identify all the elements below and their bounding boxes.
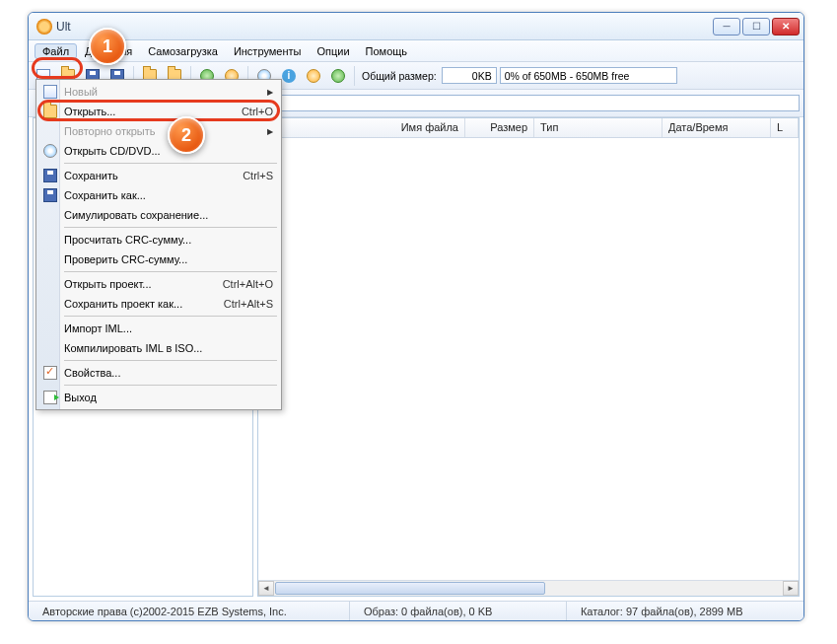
menu-item-label: Выход: [60, 392, 273, 403]
menu-item-5[interactable]: СохранитьCtrl+S: [38, 166, 279, 185]
window-title: Ult: [56, 20, 713, 34]
status-image: Образ: 0 файла(ов), 0 KB: [350, 602, 567, 620]
menu-item-label: Открыть проект...: [60, 278, 223, 290]
menu-item-shortcut: Ctrl+S: [243, 170, 273, 181]
file-pane: Имя файла Размер Тип Дата/Время L ◄ ►: [257, 117, 800, 597]
menu-item-7[interactable]: Симулировать сохранение...: [38, 205, 279, 225]
menu-item-label: Проверить CRC-сумму...: [60, 253, 273, 265]
minimize-button[interactable]: ─: [713, 18, 740, 36]
menu-item-label: Повторно открыть: [60, 125, 267, 137]
menu-item-label: Сохранить проект как...: [60, 298, 224, 310]
menu-item-1[interactable]: Открыть...Ctrl+O: [38, 102, 279, 121]
close-button[interactable]: ✕: [772, 18, 800, 36]
menu-file[interactable]: Файл: [35, 43, 77, 59]
menu-item-label: Импорт IML...: [60, 322, 273, 334]
file-list[interactable]: [258, 138, 799, 580]
horizontal-scrollbar[interactable]: ◄ ►: [258, 580, 799, 596]
col-filename[interactable]: Имя файла: [258, 118, 465, 137]
menu-item-15[interactable]: Импорт IML...: [38, 319, 279, 338]
menu-item-18[interactable]: Свойства...: [38, 363, 279, 383]
menu-item-label: Сохранить: [60, 170, 243, 181]
menu-item-16[interactable]: Компилировать IML в ISO...: [38, 338, 279, 358]
titlebar: Ult ─ ☐ ✕: [29, 13, 803, 40]
scroll-thumb[interactable]: [275, 582, 545, 595]
menu-item-label: Просчитать CRC-сумму...: [60, 234, 273, 246]
path-value: /: [261, 95, 800, 111]
column-header: Имя файла Размер Тип Дата/Время L: [258, 118, 799, 138]
menu-item-20[interactable]: Выход: [38, 388, 279, 407]
menu-item-shortcut: Ctrl+O: [242, 106, 273, 117]
menu-item-label: Открыть CD/DVD...: [60, 145, 273, 157]
menu-item-0[interactable]: Новый▶: [38, 82, 279, 102]
menu-item-9[interactable]: Просчитать CRC-сумму...: [38, 230, 279, 250]
menu-item-shortcut: Ctrl+Alt+O: [223, 278, 273, 290]
menu-item-3[interactable]: Открыть CD/DVD...: [38, 141, 279, 161]
menu-item-2[interactable]: Повторно открыть▶: [38, 121, 279, 141]
menu-tools[interactable]: Инструменты: [226, 43, 310, 59]
menu-bootable[interactable]: Самозагрузка: [140, 43, 226, 59]
annotation-callout-1: 1: [89, 28, 126, 65]
menu-help[interactable]: Помощь: [358, 43, 416, 59]
menu-options[interactable]: Опции: [309, 43, 357, 59]
total-size-label: Общий размер:: [360, 70, 439, 82]
status-catalog: Каталог: 97 файла(ов), 2899 MB: [567, 602, 803, 620]
menu-item-label: Открыть...: [60, 106, 242, 117]
menu-item-label: Сохранить как...: [60, 189, 273, 201]
checksum-button[interactable]: [303, 65, 324, 87]
refresh-button[interactable]: [327, 65, 349, 87]
free-space-bar: 0% of 650MB - 650MB free: [500, 67, 677, 84]
col-extra[interactable]: L: [771, 118, 799, 137]
maximize-button[interactable]: ☐: [742, 18, 770, 36]
menu-item-label: Компилировать IML в ISO...: [60, 342, 273, 354]
annotation-callout-2: 2: [168, 116, 205, 154]
menu-item-10[interactable]: Проверить CRC-сумму...: [38, 250, 279, 269]
total-size-value: 0KB: [442, 67, 497, 84]
col-type[interactable]: Тип: [534, 118, 663, 137]
submenu-arrow-icon: ▶: [267, 127, 273, 136]
submenu-arrow-icon: ▶: [267, 88, 273, 97]
statusbar: Авторские права (c)2002-2015 EZB Systems…: [29, 601, 803, 620]
col-datetime[interactable]: Дата/Время: [663, 118, 771, 137]
menu-item-6[interactable]: Сохранить как...: [38, 185, 279, 205]
menu-item-label: Новый: [60, 86, 267, 98]
menu-item-label: Свойства...: [60, 367, 273, 379]
col-size[interactable]: Размер: [465, 118, 534, 137]
menu-item-13[interactable]: Сохранить проект как...Ctrl+Alt+S: [38, 294, 279, 314]
menubar: Файл Действия Самозагрузка Инструменты О…: [29, 40, 803, 62]
status-copyright: Авторские права (c)2002-2015 EZB Systems…: [29, 602, 350, 620]
scroll-left-icon[interactable]: ◄: [258, 581, 274, 596]
scroll-right-icon[interactable]: ►: [783, 581, 799, 596]
menu-item-label: Симулировать сохранение...: [60, 209, 273, 221]
menu-item-12[interactable]: Открыть проект...Ctrl+Alt+O: [38, 274, 279, 294]
menu-item-shortcut: Ctrl+Alt+S: [224, 298, 273, 310]
file-menu-dropdown: Новый▶Открыть...Ctrl+OПовторно открыть▶О…: [35, 79, 282, 410]
app-icon: [36, 19, 52, 35]
